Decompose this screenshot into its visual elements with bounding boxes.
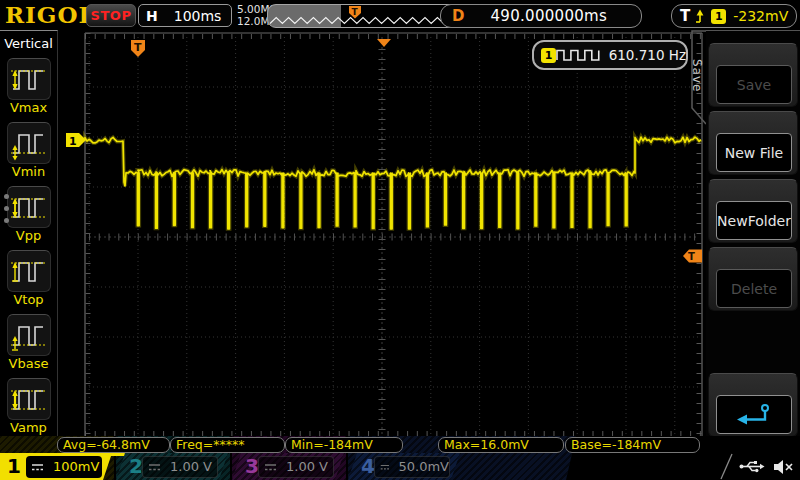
sidebar-item-vmax[interactable]: Vmax: [7, 58, 51, 115]
sidebar-item-label: Vpp: [7, 228, 51, 243]
channel-1-setting-box: 100mV: [26, 456, 102, 478]
timebase-label: H: [146, 8, 158, 24]
dc-coupling-icon: [31, 462, 45, 472]
svg-text:T: T: [352, 7, 359, 17]
channel-4-number: 4: [361, 454, 375, 478]
rising-edge-icon: [695, 9, 706, 24]
run-state-label: STOP: [91, 8, 132, 23]
vamp-icon: [9, 381, 49, 417]
square-wave-icon: [556, 49, 602, 61]
sidebar-scroll-dots: [4, 194, 9, 230]
channel-2-status[interactable]: 2 1.00 V: [116, 453, 228, 480]
channel-1-scale: 100mV: [53, 459, 99, 474]
preview-trigger-marker: T: [349, 6, 361, 19]
channel-4-scale: 50.0mV: [398, 459, 449, 474]
sidebar-item-label: Vmax: [7, 100, 51, 115]
rigol-logo: RIGOL: [5, 1, 96, 28]
oscilloscope-screen: RIGOL STOP H 100ms 5.00MSa/s 12.0M pts T…: [0, 0, 800, 480]
delay-value: 490.000000ms: [490, 7, 607, 25]
vertical-measure-sidebar: Vertical Vmax Vmin: [0, 30, 58, 453]
delay-label: D: [452, 7, 464, 25]
sidebar-item-vpp[interactable]: Vpp: [7, 186, 51, 243]
delay-center-marker: [377, 39, 391, 47]
menu-tab-label: Save: [688, 48, 704, 104]
sidebar-item-vbase[interactable]: Vbase: [7, 314, 51, 371]
usb-icon: [739, 459, 765, 474]
return-button[interactable]: [716, 395, 792, 434]
timebase-box: H 100ms: [138, 4, 232, 27]
channel-4-status[interactable]: 4 50.0mV: [348, 453, 460, 480]
trigger-level-value: -232mV: [733, 8, 788, 24]
vmin-icon: [9, 125, 49, 161]
sidebar-item-label: Vtop: [7, 292, 51, 307]
channel-3-number: 3: [245, 454, 259, 478]
delete-button[interactable]: Delete: [716, 269, 792, 308]
delay-box: D 490.000000ms: [440, 4, 642, 28]
trigger-source-badge: 1: [711, 9, 726, 24]
svg-text:T: T: [134, 41, 142, 54]
svg-text:1: 1: [69, 135, 77, 148]
scope-graticule-and-trace: 1TT: [58, 30, 705, 452]
measurement-base: Base=-184mV: [565, 437, 700, 453]
menu-slot: New File: [708, 111, 798, 175]
vpp-icon: [9, 189, 49, 225]
vmax-icon: [9, 61, 49, 97]
menu-slot: NewFolder: [708, 179, 798, 243]
menu-slot: Delete: [708, 247, 798, 311]
measurement-avg: Avg=-64.8mV: [57, 437, 170, 453]
counter-source-badge: 1: [541, 48, 556, 63]
speaker-muted-icon: [773, 459, 794, 475]
new-file-button[interactable]: New File: [716, 133, 792, 172]
dc-coupling-icon: [380, 462, 390, 472]
scope-display: 1TT: [58, 30, 705, 452]
save-button[interactable]: Save: [716, 65, 792, 104]
measurement-max: Max=16.0mV: [438, 437, 564, 453]
menu-slot: [708, 373, 798, 437]
counter-value: 610.710 Hz: [609, 47, 686, 63]
top-status-bar: RIGOL STOP H 100ms 5.00MSa/s 12.0M pts T…: [0, 0, 800, 31]
channel-3-setting-box: 1.00 V: [258, 456, 334, 478]
trigger-label: T: [680, 7, 690, 25]
menu-slot: Save: [708, 43, 798, 107]
timebase-value: 100ms: [174, 8, 222, 24]
channel-1-status[interactable]: 1 100mV: [0, 453, 112, 480]
trigger-box: T 1 -232mV: [671, 4, 797, 28]
sidebar-item-vtop[interactable]: Vtop: [7, 250, 51, 307]
dc-coupling-icon: [148, 462, 162, 472]
channel-4-setting-box: 50.0mV: [374, 456, 450, 478]
trigger-position-marker: T: [131, 40, 145, 57]
measurement-min: Min=-184mV: [285, 437, 403, 453]
dc-coupling-icon: [264, 462, 278, 472]
sidebar-item-vamp[interactable]: Vamp: [7, 378, 51, 435]
run-state-indicator: STOP: [86, 4, 136, 27]
channel-3-status[interactable]: 3 1.00 V: [232, 453, 344, 480]
measurement-freq: Freq=*****: [170, 437, 285, 453]
new-folder-button[interactable]: NewFolder: [716, 201, 792, 240]
sidebar-title: Vertical: [0, 36, 57, 51]
sidebar-item-vmin[interactable]: Vmin: [7, 122, 51, 179]
sidebar-item-label: Vamp: [7, 420, 51, 435]
bottom-status-area: Avg=-64.8mV Freq=***** Min=-184mV Max=16…: [0, 436, 800, 480]
channel-3-scale: 1.00 V: [286, 459, 328, 474]
frequency-counter: 1 610.710 Hz: [532, 40, 688, 70]
sidebar-item-label: Vbase: [7, 356, 51, 371]
vbase-icon: [9, 317, 49, 353]
channel-2-setting-box: 1.00 V: [142, 456, 218, 478]
return-arrow-icon: [736, 402, 772, 428]
channel-2-scale: 1.00 V: [170, 459, 212, 474]
sidebar-item-label: Vmin: [7, 164, 51, 179]
vtop-icon: [9, 253, 49, 289]
status-icons: [724, 453, 794, 480]
softkey-menu: Save New File NewFolder Delete: [706, 30, 800, 453]
channel-1-number: 1: [7, 454, 21, 478]
channel-2-number: 2: [129, 454, 143, 478]
